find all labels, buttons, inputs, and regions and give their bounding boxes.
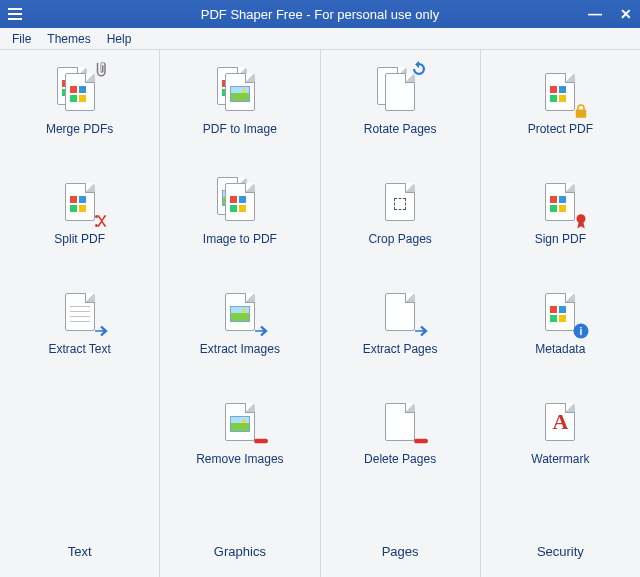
crop-pages-icon (376, 178, 424, 226)
menu-file[interactable]: File (6, 30, 37, 48)
merge-pdfs-label: Merge PDFs (46, 122, 113, 136)
titlebar: PDF Shaper Free - For personal use only … (0, 0, 640, 28)
close-button[interactable]: ✕ (620, 7, 632, 21)
protect-pdf-icon (536, 68, 584, 116)
sign-pdf-icon (536, 178, 584, 226)
extract-images-label: Extract Images (200, 342, 280, 356)
remove-images-button[interactable]: Remove Images (160, 398, 319, 508)
remove-images-label: Remove Images (196, 452, 283, 466)
window-title: PDF Shaper Free - For personal use only (0, 7, 640, 22)
crop-pages-label: Crop Pages (368, 232, 431, 246)
column-text: Merge PDFs Split PDF Extract Text Text (0, 50, 160, 577)
metadata-label: Metadata (535, 342, 585, 356)
split-pdf-button[interactable]: Split PDF (0, 178, 159, 288)
app-menu-icon[interactable] (8, 7, 22, 21)
extract-images-icon (216, 288, 264, 336)
empty-cell (0, 398, 159, 508)
watermark-button[interactable]: A Watermark (481, 398, 640, 508)
menubar: File Themes Help (0, 28, 640, 50)
menu-themes[interactable]: Themes (41, 30, 96, 48)
delete-pages-icon (376, 398, 424, 446)
extract-images-button[interactable]: Extract Images (160, 288, 319, 398)
merge-pdfs-icon (56, 68, 104, 116)
metadata-button[interactable]: i Metadata (481, 288, 640, 398)
rotate-pages-icon (376, 68, 424, 116)
watermark-label: Watermark (531, 452, 589, 466)
crop-pages-button[interactable]: Crop Pages (321, 178, 480, 288)
protect-pdf-button[interactable]: Protect PDF (481, 68, 640, 178)
extract-pages-button[interactable]: Extract Pages (321, 288, 480, 398)
column-security: Protect PDF Sign PDF i Metadata A (481, 50, 640, 577)
watermark-icon: A (536, 398, 584, 446)
rotate-pages-button[interactable]: Rotate Pages (321, 68, 480, 178)
svg-text:i: i (580, 325, 583, 337)
image-to-pdf-button[interactable]: Image to PDF (160, 178, 319, 288)
extract-pages-icon (376, 288, 424, 336)
column-pages: Rotate Pages Crop Pages Extract Pages (321, 50, 481, 577)
svg-rect-1 (414, 439, 428, 444)
image-to-pdf-label: Image to PDF (203, 232, 277, 246)
extract-text-button[interactable]: Extract Text (0, 288, 159, 398)
image-to-pdf-icon (216, 178, 264, 226)
column-graphics-header: Graphics (214, 544, 266, 577)
menu-help[interactable]: Help (101, 30, 138, 48)
sign-pdf-button[interactable]: Sign PDF (481, 178, 640, 288)
protect-pdf-label: Protect PDF (528, 122, 593, 136)
svg-rect-0 (254, 439, 268, 444)
extract-pages-label: Extract Pages (363, 342, 438, 356)
rotate-pages-label: Rotate Pages (364, 122, 437, 136)
column-text-header: Text (68, 544, 92, 577)
minimize-button[interactable]: — (588, 7, 602, 21)
pdf-to-image-button[interactable]: PDF to Image (160, 68, 319, 178)
remove-images-icon (216, 398, 264, 446)
metadata-icon: i (536, 288, 584, 336)
column-security-header: Security (537, 544, 584, 577)
sign-pdf-label: Sign PDF (535, 232, 586, 246)
delete-pages-button[interactable]: Delete Pages (321, 398, 480, 508)
main-content: Merge PDFs Split PDF Extract Text Text (0, 50, 640, 577)
column-pages-header: Pages (382, 544, 419, 577)
pdf-to-image-label: PDF to Image (203, 122, 277, 136)
delete-pages-label: Delete Pages (364, 452, 436, 466)
split-pdf-label: Split PDF (54, 232, 105, 246)
extract-text-label: Extract Text (48, 342, 110, 356)
merge-pdfs-button[interactable]: Merge PDFs (0, 68, 159, 178)
column-graphics: PDF to Image Image to PDF Extract Images (160, 50, 320, 577)
split-pdf-icon (56, 178, 104, 226)
pdf-to-image-icon (216, 68, 264, 116)
extract-text-icon (56, 288, 104, 336)
